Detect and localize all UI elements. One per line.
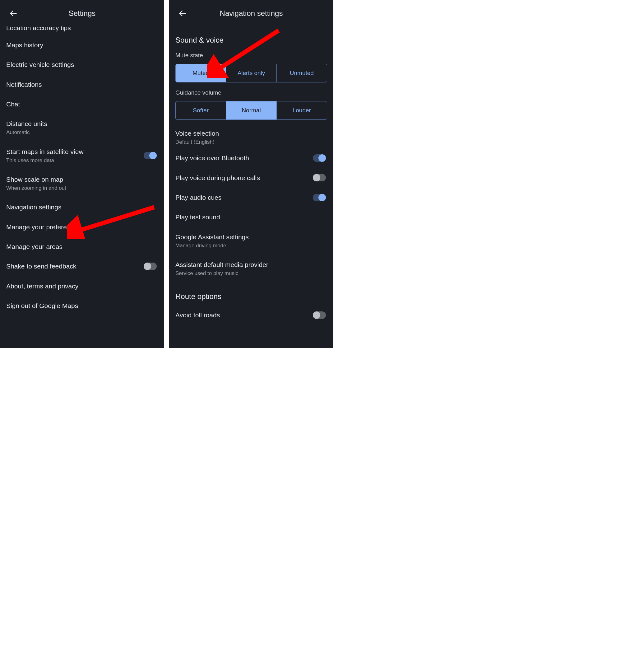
row-play-test-sound[interactable]: Play test sound	[169, 207, 333, 227]
mute-state-label: Mute state	[169, 49, 333, 62]
right-topbar: Navigation settings	[169, 0, 333, 26]
row-manage-areas[interactable]: Manage your areas	[0, 237, 164, 256]
truncated-row[interactable]: Location accuracy tips	[0, 26, 164, 35]
seg-normal[interactable]: Normal	[226, 101, 277, 119]
row-sign-out[interactable]: Sign out of Google Maps	[0, 296, 164, 315]
row-avoid-tolls[interactable]: Avoid toll roads	[169, 305, 333, 321]
row-chat[interactable]: Chat	[0, 94, 164, 114]
guidance-volume-group: Softer Normal Louder	[175, 101, 327, 120]
row-distance-units[interactable]: Distance units Automatic	[0, 114, 164, 142]
section-sound: Sound & voice	[169, 26, 333, 49]
toggle-audio-cues[interactable]	[313, 194, 326, 201]
row-audio-cues[interactable]: Play audio cues	[169, 188, 333, 207]
row-voice-bluetooth[interactable]: Play voice over Bluetooth	[169, 148, 333, 168]
row-manage-preferences[interactable]: Manage your preferences	[0, 217, 164, 237]
mute-state-group: Muted Alerts only Unmuted	[175, 64, 327, 82]
left-topbar: Settings	[0, 0, 164, 26]
section-route: Route options	[169, 285, 333, 305]
toggle-satellite[interactable]	[144, 152, 157, 159]
toggle-shake[interactable]	[144, 263, 157, 270]
row-voice-selection[interactable]: Voice selection Default (English)	[169, 123, 333, 148]
seg-alerts-only[interactable]: Alerts only	[226, 64, 277, 82]
seg-louder[interactable]: Louder	[277, 101, 327, 119]
row-ev-settings[interactable]: Electric vehicle settings	[0, 55, 164, 74]
left-screen: Settings Location accuracy tips Maps his…	[0, 0, 164, 348]
back-icon[interactable]	[9, 9, 18, 18]
toggle-voice-bluetooth[interactable]	[313, 154, 326, 162]
back-icon[interactable]	[178, 9, 187, 18]
seg-softer[interactable]: Softer	[176, 101, 226, 119]
toggle-avoid-tolls[interactable]	[313, 311, 326, 319]
seg-muted[interactable]: Muted	[176, 64, 226, 82]
row-shake-feedback[interactable]: Shake to send feedback	[0, 256, 164, 276]
row-assistant-settings[interactable]: Google Assistant settings Manage driving…	[169, 227, 333, 255]
truncated-title: Location accuracy tips	[6, 26, 71, 32]
guidance-volume-label: Guidance volume	[169, 86, 333, 99]
row-navigation-settings[interactable]: Navigation settings	[0, 197, 164, 217]
left-content: Location accuracy tips Maps history Elec…	[0, 26, 164, 315]
row-satellite-view[interactable]: Start maps in satellite view This uses m…	[0, 142, 164, 170]
right-content: Sound & voice Mute state Muted Alerts on…	[169, 26, 333, 321]
row-about[interactable]: About, terms and privacy	[0, 276, 164, 296]
toggle-voice-calls[interactable]	[313, 174, 326, 181]
right-title: Navigation settings	[169, 9, 333, 18]
row-assistant-media[interactable]: Assistant default media provider Service…	[169, 255, 333, 283]
row-maps-history[interactable]: Maps history	[0, 35, 164, 55]
right-screen: Navigation settings Sound & voice Mute s…	[169, 0, 333, 348]
row-show-scale[interactable]: Show scale on map When zooming in and ou…	[0, 170, 164, 197]
seg-unmuted[interactable]: Unmuted	[277, 64, 327, 82]
left-title: Settings	[0, 9, 164, 18]
row-voice-calls[interactable]: Play voice during phone calls	[169, 168, 333, 188]
row-notifications[interactable]: Notifications	[0, 75, 164, 94]
